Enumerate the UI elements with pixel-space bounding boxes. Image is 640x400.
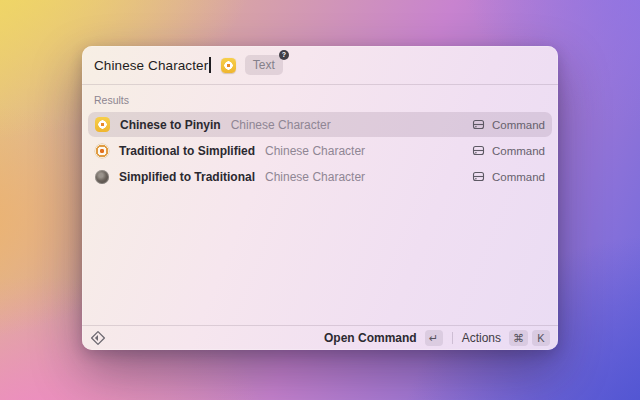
result-row-simplified-to-traditional[interactable]: Simplified to Traditional Chinese Charac…	[88, 164, 552, 189]
results-section-header: Results	[82, 85, 558, 112]
result-title: Chinese to Pinyin	[120, 118, 221, 132]
result-type-label: Command	[492, 145, 545, 157]
k-key-icon: K	[532, 330, 550, 346]
footer-separator	[452, 332, 453, 344]
seal-icon	[95, 170, 109, 184]
ring-icon	[95, 144, 109, 158]
compass-diamond-icon[interactable]	[90, 330, 106, 346]
command-drive-icon	[472, 144, 485, 157]
open-command-button[interactable]: Open Command	[324, 331, 417, 345]
return-key-icon: ↵	[425, 330, 443, 346]
result-subtitle: Chinese Character	[265, 144, 365, 158]
result-row-traditional-to-simplified[interactable]: Traditional to Simplified Chinese Charac…	[88, 138, 552, 163]
result-type-label: Command	[492, 171, 545, 183]
text-argument-label: Text	[253, 58, 275, 72]
command-drive-icon	[472, 170, 485, 183]
result-title: Simplified to Traditional	[119, 170, 255, 184]
text-argument-tag[interactable]: Text ?	[245, 55, 283, 75]
search-input[interactable]: Chinese Character	[94, 58, 208, 73]
actions-button[interactable]: Actions	[462, 331, 501, 345]
command-drive-icon	[472, 118, 485, 131]
extension-blossom-icon	[221, 58, 236, 73]
result-row-chinese-to-pinyin[interactable]: Chinese to Pinyin Chinese Character Comm…	[88, 112, 552, 137]
action-bar: Open Command ↵ Actions ⌘ K	[82, 325, 558, 350]
blossom-icon	[95, 117, 110, 132]
text-caret	[209, 57, 211, 73]
results-list: Chinese to Pinyin Chinese Character Comm…	[82, 112, 558, 190]
result-title: Traditional to Simplified	[119, 144, 255, 158]
empty-results-area	[82, 190, 558, 325]
launcher-window: Chinese Character Text ? Results Chinese…	[82, 46, 558, 350]
command-key-icon: ⌘	[509, 330, 528, 346]
result-type-label: Command	[492, 119, 545, 131]
result-subtitle: Chinese Character	[231, 118, 331, 132]
question-badge-icon: ?	[279, 50, 289, 60]
search-bar[interactable]: Chinese Character Text ?	[82, 46, 558, 84]
result-subtitle: Chinese Character	[265, 170, 365, 184]
